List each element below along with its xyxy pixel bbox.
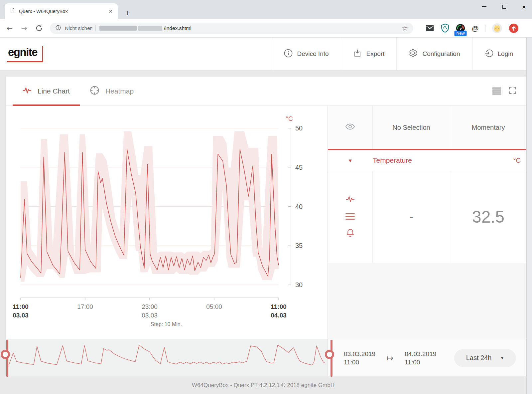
range-handle-grip[interactable] xyxy=(1,350,10,359)
speed-gauge-extension-icon[interactable]: New xyxy=(456,24,465,33)
nav-label: Configuration xyxy=(422,50,460,58)
range-controls: 03.03.2019 11:00 ↦ 04.03.2019 11:00 Last… xyxy=(328,339,526,377)
y-axis-unit-label: °C xyxy=(286,115,293,122)
tab-close-icon[interactable]: × xyxy=(107,8,114,14)
view-tabs: Line Chart Heatmap xyxy=(6,77,526,106)
new-tab-button[interactable]: + xyxy=(122,7,133,18)
range-start: 03.03.2019 11:00 xyxy=(344,350,375,366)
back-button[interactable]: ← xyxy=(4,23,15,34)
pulse-icon[interactable] xyxy=(346,195,355,205)
bookmark-star-icon[interactable]: ☆ xyxy=(402,24,408,32)
sensor-action-icons xyxy=(328,171,373,263)
y-tick-label: 35 xyxy=(295,242,303,249)
range-end-date: 04.03.2019 xyxy=(405,350,436,358)
x-tick-date-label: 04.03 xyxy=(271,312,287,319)
range-start-date: 03.03.2019 xyxy=(344,350,375,358)
y-tick-label: 50 xyxy=(295,124,303,132)
tab-heatmap[interactable]: Heatmap xyxy=(80,77,144,105)
page-favicon-icon xyxy=(10,8,15,15)
page-scrollbar[interactable] xyxy=(526,38,532,394)
selection-column-header: No Selection xyxy=(373,106,450,149)
panel-empty-area xyxy=(328,263,526,339)
range-handle-left[interactable] xyxy=(6,339,8,377)
line-chart-svg: 3035404550°C11:0003.0317:0023:0003.0305:… xyxy=(6,106,328,339)
window-maximize-button[interactable] xyxy=(501,3,507,10)
forward-button[interactable]: → xyxy=(19,23,30,34)
line-chart[interactable]: 3035404550°C11:0003.0317:0023:0003.0305:… xyxy=(6,106,328,339)
y-tick-label: 45 xyxy=(295,164,303,171)
overview-line xyxy=(9,345,325,365)
x-tick-time-label: 11:00 xyxy=(271,303,287,310)
x-tick-date-label: 03.03 xyxy=(13,312,29,319)
nav-label: Export xyxy=(366,50,385,58)
maps-to-arrow: ↦ xyxy=(387,353,393,363)
upload-extension-icon[interactable] xyxy=(509,23,519,33)
window-minimize-button[interactable] xyxy=(481,3,487,10)
nav-item-configuration[interactable]: Configuration xyxy=(396,38,472,70)
temperature-detail: - 32.5 xyxy=(328,171,526,263)
gear-icon xyxy=(409,49,418,59)
chevron-down-icon: ▼ xyxy=(500,356,504,360)
browser-tab[interactable]: Querx - W64QueryBox × xyxy=(5,3,118,19)
browser-window: Querx - W64QueryBox × + × ← → Nicht sich… xyxy=(0,0,532,394)
y-tick-label: 30 xyxy=(295,281,303,289)
tab-label: Heatmap xyxy=(105,87,134,95)
panel-header: No Selection Momentary xyxy=(328,106,526,149)
nav-item-device-info[interactable]: Device Info xyxy=(272,38,341,70)
sensor-unit: °C xyxy=(513,157,521,164)
step-label: Step: 10 Min. xyxy=(151,321,182,327)
range-strip: 03.03.2019 11:00 ↦ 04.03.2019 11:00 Last… xyxy=(6,339,526,376)
browser-toolbar: ← → Nicht sicher /index.shtml ☆ xyxy=(0,19,532,38)
eye-icon[interactable] xyxy=(345,123,355,132)
bell-icon[interactable] xyxy=(346,228,355,239)
range-start-time: 11:00 xyxy=(344,358,375,366)
momentary-column-header: Momentary xyxy=(450,106,526,149)
mail-extension-icon[interactable] xyxy=(426,25,434,32)
url-divider xyxy=(95,25,96,31)
preset-label: Last 24h xyxy=(466,354,492,362)
reload-button[interactable] xyxy=(33,23,45,34)
x-tick-time-label: 23:00 xyxy=(142,303,158,310)
page-footer: W64QueryBox - Querx PT 4.2.12.1 © 2018 e… xyxy=(0,376,526,394)
info-icon xyxy=(284,49,293,59)
url-redacted-block xyxy=(138,26,162,31)
range-handle-right[interactable] xyxy=(331,339,332,377)
fullscreen-icon[interactable] xyxy=(508,86,517,96)
dashboard-card: Line Chart Heatmap 3035404550°C11:0003.0… xyxy=(6,77,526,376)
x-tick-time-label: 11:00 xyxy=(13,303,29,310)
momentary-value: 32.5 xyxy=(450,171,526,263)
egnite-logo[interactable]: egnite xyxy=(7,46,43,62)
address-bar[interactable]: Nicht sicher /index.shtml ☆ xyxy=(50,23,413,34)
tab-line-chart[interactable]: Line Chart xyxy=(13,77,80,105)
overview-chart[interactable] xyxy=(6,339,328,377)
tab-title: Querx - W64QueryBox xyxy=(19,9,107,14)
site-info-icon[interactable] xyxy=(55,25,61,32)
x-tick-date-label: 03.03 xyxy=(142,312,158,319)
pulse-icon xyxy=(23,86,32,96)
x-tick-time-label: 17:00 xyxy=(77,303,93,310)
export-icon xyxy=(353,49,362,59)
profile-avatar[interactable] xyxy=(492,23,502,33)
url-redacted-block xyxy=(99,26,137,31)
selection-value: - xyxy=(373,171,450,263)
extensions-row: New @ xyxy=(426,23,519,33)
nav-label: Login xyxy=(498,50,513,58)
visibility-column-header xyxy=(328,106,373,149)
range-handle-grip[interactable] xyxy=(325,350,334,359)
at-sign-extension-icon[interactable]: @ xyxy=(472,24,478,32)
collapse-caret-icon[interactable]: ▼ xyxy=(328,158,373,163)
window-close-button[interactable]: × xyxy=(521,3,527,10)
toolbar-divider xyxy=(485,25,485,32)
nav-item-export[interactable]: Export xyxy=(341,38,397,70)
range-end-time: 11:00 xyxy=(405,358,436,366)
login-icon xyxy=(484,49,493,59)
list-icon[interactable] xyxy=(345,213,355,220)
sensor-panel: No Selection Momentary ▼ Temperature °C xyxy=(328,106,526,339)
shield-extension-icon[interactable] xyxy=(441,24,449,33)
nav-item-login[interactable]: Login xyxy=(472,38,527,70)
table-view-icon[interactable] xyxy=(492,88,501,95)
security-label: Nicht sicher xyxy=(65,25,92,31)
site-nav: Device Info Export Configuration Login xyxy=(272,38,527,70)
range-preset-dropdown[interactable]: Last 24h ▼ xyxy=(454,349,516,367)
y-tick-label: 40 xyxy=(295,203,303,210)
